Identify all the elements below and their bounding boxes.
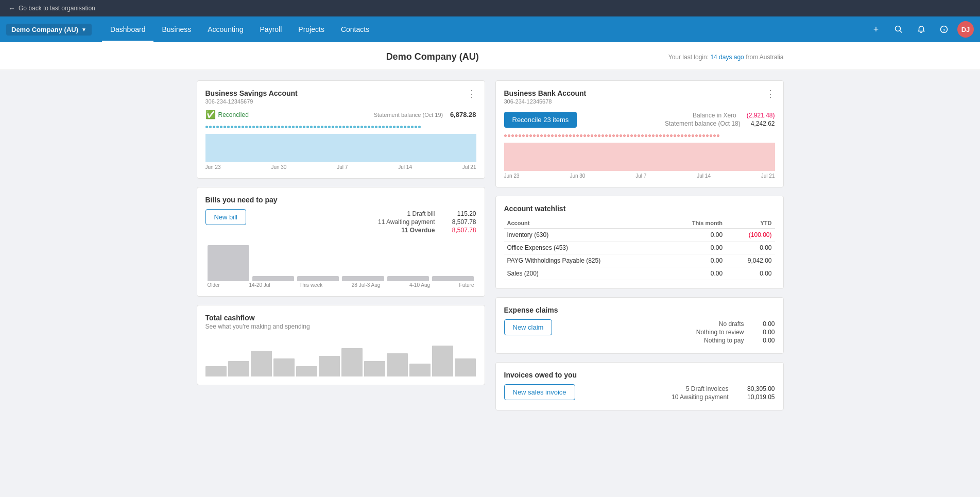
watchlist-ytd: (100.00): [726, 229, 775, 242]
bar-older: [208, 245, 249, 281]
chart-dot: [393, 126, 396, 128]
chart-dot: [296, 126, 298, 128]
chart-dot: [508, 134, 510, 137]
reconcile-button[interactable]: Reconcile 23 items: [504, 112, 577, 128]
watchlist-account: Sales (200): [504, 267, 666, 280]
chart-dot: [249, 126, 251, 128]
bar-this-week: [297, 276, 339, 281]
chart-dot: [547, 134, 550, 137]
watchlist-title: Account watchlist: [504, 204, 775, 213]
help-button[interactable]: ?: [935, 20, 953, 39]
watchlist-account: Office Expenses (453): [504, 242, 666, 254]
expense-row-drafts: No drafts 0.00: [562, 320, 775, 328]
banner-text[interactable]: Go back to last organisation: [19, 5, 95, 12]
bills-awaiting-value: 8,507.78: [445, 218, 476, 226]
expense-row-pay: Nothing to pay 0.00: [562, 337, 775, 344]
nav-contacts[interactable]: Contacts: [333, 16, 377, 42]
savings-chart-labels: Jun 23 Jun 30 Jul 7 Jul 14 Jul 21: [205, 164, 476, 170]
chart-dot: [368, 126, 370, 128]
search-button[interactable]: [889, 20, 908, 39]
chart-dot: [515, 134, 518, 137]
chart-dot: [558, 134, 561, 137]
bar-label: 14-20 Jul: [249, 282, 270, 288]
watchlist-header-row: Account This month YTD: [504, 218, 775, 229]
chart-dot: [620, 134, 622, 137]
watchlist-ytd: 9,042.00: [726, 254, 775, 267]
bar-label: 28 Jul-3 Aug: [352, 282, 381, 288]
bills-bar-chart: Older 14-20 Jul This week 28 Jul-3 Aug 4…: [205, 240, 476, 288]
chart-label: Jun 23: [504, 173, 520, 179]
add-button[interactable]: +: [867, 20, 885, 39]
nav-accounting[interactable]: Accounting: [199, 16, 251, 42]
chart-dot: [407, 126, 410, 128]
chart-dot: [418, 126, 421, 128]
expense-claims-card: Expense claims New claim No drafts 0.00 …: [495, 297, 784, 354]
table-row: Sales (200) 0.00 0.00: [504, 267, 775, 280]
chart-dot: [684, 134, 687, 137]
bills-card: Bills you need to pay New bill 1 Draft b…: [197, 187, 485, 297]
chart-dot: [339, 126, 341, 128]
chart-dot: [511, 134, 514, 137]
chart-dot: [274, 126, 277, 128]
chart-dot: [213, 126, 215, 128]
balance-xero-value: (2,921.48): [747, 112, 775, 119]
invoices-right: 5 Draft invoices 80,305.00 10 Awaiting p…: [586, 384, 775, 402]
bills-right: 1 Draft bill 115.20 11 Awaiting payment …: [256, 209, 476, 235]
new-sales-invoice-button[interactable]: New sales invoice: [504, 384, 575, 400]
invoices-draft-label: 5 Draft invoices: [686, 385, 729, 392]
notifications-button[interactable]: [912, 20, 931, 39]
chart-dot: [364, 126, 367, 128]
chart-dot: [638, 134, 640, 137]
chart-dot: [310, 126, 313, 128]
bills-row-draft: 1 Draft bill 115.20: [256, 210, 476, 217]
chart-dot: [544, 134, 546, 137]
dashboard-columns: Business Savings Account 306-234-1234567…: [197, 80, 784, 419]
invoices-content: New sales invoice 5 Draft invoices 80,30…: [504, 384, 775, 402]
left-column: Business Savings Account 306-234-1234567…: [197, 80, 485, 419]
chart-dot: [321, 126, 323, 128]
chart-dot: [630, 134, 633, 137]
bills-draft-label: 1 Draft bill: [407, 210, 435, 217]
chart-dot: [317, 126, 320, 128]
expense-drafts-value: 0.00: [754, 320, 775, 328]
cf-bar: [296, 366, 317, 376]
chart-label: Jul 14: [398, 164, 412, 170]
invoices-row-awaiting: 10 Awaiting payment 10,019.05: [586, 393, 775, 401]
chart-dot: [216, 126, 219, 128]
chart-dot: [583, 134, 586, 137]
new-bill-button[interactable]: New bill: [205, 209, 247, 225]
chart-dot: [717, 134, 719, 137]
last-login-time[interactable]: 14 days ago: [710, 54, 744, 61]
chart-dot: [350, 126, 352, 128]
chart-label: Jul 21: [462, 164, 476, 170]
user-avatar[interactable]: DJ: [957, 21, 974, 38]
chart-label: Jun 23: [205, 164, 221, 170]
watchlist-this-month: 0.00: [666, 254, 726, 267]
new-claim-button[interactable]: New claim: [504, 319, 553, 335]
nav-dashboard[interactable]: Dashboard: [102, 16, 154, 42]
bank-menu-icon[interactable]: ⋮: [766, 89, 775, 98]
main-content: Business Savings Account 306-234-1234567…: [181, 70, 799, 429]
chevron-down-icon: ▼: [81, 27, 87, 32]
chart-dot: [238, 126, 240, 128]
nav-payroll[interactable]: Payroll: [252, 16, 290, 42]
cf-bar: [205, 366, 227, 376]
chart-label: Jul 7: [337, 164, 348, 170]
chart-dot: [220, 126, 222, 128]
expense-drafts-label: No drafts: [719, 320, 744, 328]
nav-projects[interactable]: Projects: [290, 16, 333, 42]
cashflow-subtitle: See what you're making and spending: [205, 323, 476, 330]
chart-dot: [659, 134, 662, 137]
savings-menu-icon[interactable]: ⋮: [467, 89, 476, 98]
watchlist-this-month: 0.00: [666, 267, 726, 280]
savings-chart-dots: [205, 126, 476, 128]
nav-business[interactable]: Business: [153, 16, 199, 42]
chart-dot: [573, 134, 575, 137]
company-selector[interactable]: Demo Company (AU) ▼: [6, 24, 92, 36]
chart-dot: [382, 126, 385, 128]
chart-dot: [652, 134, 655, 137]
chart-dot: [404, 126, 406, 128]
chart-label: Jun 30: [271, 164, 286, 170]
chart-dot: [209, 126, 212, 128]
chart-dot: [641, 134, 644, 137]
